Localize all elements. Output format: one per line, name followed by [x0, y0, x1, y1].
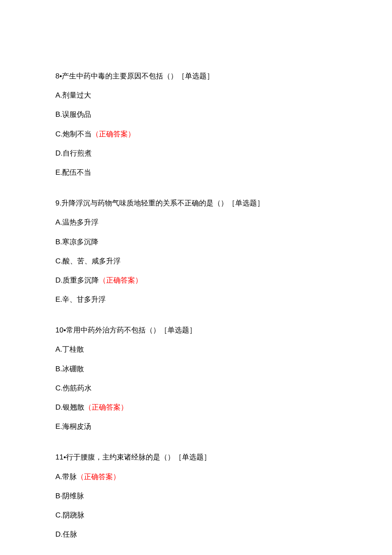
option: C.阴跷脉 — [55, 509, 337, 521]
question-number: 8• — [55, 72, 62, 80]
option: C.酸、苦、咸多升浮 — [55, 255, 337, 267]
option: A.温热多升浮 — [55, 217, 337, 228]
option-letter: B. — [55, 110, 62, 119]
option-text: 带脉 — [62, 473, 77, 481]
correct-answer-label: （正确答案） — [77, 473, 120, 481]
option-text: 辛、甘多升浮 — [62, 295, 106, 304]
option-text: 海桐皮汤 — [62, 422, 91, 431]
question-block: 10•常用中药外治方药不包括（）［单选题］A.丁桂散B.冰硼散C.伤筋药水D.银… — [55, 324, 337, 432]
option-letter: C. — [55, 130, 63, 138]
option-letter: E. — [55, 295, 62, 304]
option-letter: A. — [55, 218, 62, 226]
question-type: ［单选题］ — [228, 199, 264, 207]
question-text: 产生中药中毒的主要原因不包括（） — [62, 72, 178, 80]
option-letter: A. — [55, 91, 62, 99]
option: D.自行煎煮 — [55, 147, 337, 159]
option: E.配伍不当 — [55, 167, 337, 178]
option-letter: D. — [55, 530, 63, 538]
option-letter: D. — [55, 403, 63, 411]
option: D.银翘散（正确答案） — [55, 402, 337, 413]
question-number: 10• — [55, 326, 66, 334]
option-letter: A. — [55, 345, 62, 353]
option: B·阴维脉 — [55, 490, 337, 502]
question-stem: 11•行于腰腹，主约束诸经脉的是（）［单选题］ — [55, 451, 337, 463]
question-text: 常用中药外治方药不包括（） — [66, 326, 160, 334]
option-letter: C. — [55, 511, 63, 519]
question-block: 11•行于腰腹，主约束诸经脉的是（）［单选题］A.带脉（正确答案）B·阴维脉C.… — [55, 451, 337, 540]
option: C.炮制不当（正确答案） — [55, 128, 337, 140]
option-text: 配伍不当 — [62, 168, 91, 176]
option-text: 误服伪品 — [62, 110, 91, 119]
question-number: 11• — [55, 453, 66, 461]
option-letter: E. — [55, 422, 62, 431]
option-letter: B. — [55, 365, 62, 373]
question-text: 升降浮沉与药物气味质地轻重的关系不正确的是（） — [61, 199, 228, 207]
question-block: 8•产生中药中毒的主要原因不包括（）［单选题］A.剂量过大B.误服伪品C.炮制不… — [55, 70, 337, 178]
option: B.冰硼散 — [55, 363, 337, 375]
question-stem: 9.升降浮沉与药物气味质地轻重的关系不正确的是（）［单选题］ — [55, 197, 337, 209]
option: A.剂量过大 — [55, 90, 337, 101]
option-letter: C. — [55, 257, 63, 265]
option-text: 伤筋药水 — [63, 384, 92, 392]
option-letter: A. — [55, 473, 62, 481]
option: E.辛、甘多升浮 — [55, 294, 337, 305]
option-text: 酸、苦、咸多升浮 — [63, 257, 121, 265]
option-letter: B. — [55, 238, 62, 246]
option-text: 剂量过大 — [62, 91, 91, 99]
option-letter: D. — [55, 276, 63, 284]
correct-answer-label: （正确答案） — [99, 276, 142, 284]
question-text: 行于腰腹，主约束诸经脉的是（） — [66, 453, 175, 461]
option-text: 温热多升浮 — [62, 218, 98, 226]
option-text: 寒凉多沉降 — [62, 238, 98, 246]
option-text: 阴跷脉 — [63, 511, 84, 519]
option-letter: D. — [55, 149, 63, 157]
question-stem: 8•产生中药中毒的主要原因不包括（）［单选题］ — [55, 70, 337, 82]
question-block: 9.升降浮沉与药物气味质地轻重的关系不正确的是（）［单选题］A.温热多升浮B.寒… — [55, 197, 337, 305]
option-text: 冰硼散 — [62, 365, 84, 373]
exam-content: 8•产生中药中毒的主要原因不包括（）［单选题］A.剂量过大B.误服伪品C.炮制不… — [55, 70, 337, 540]
option-letter: E. — [55, 168, 62, 176]
correct-answer-label: （正确答案） — [92, 130, 135, 138]
option: C.伤筋药水 — [55, 382, 337, 394]
option-text: 银翘散 — [63, 403, 84, 411]
correct-answer-label: （正确答案） — [84, 403, 128, 411]
option-text: 自行煎煮 — [63, 149, 92, 157]
question-type: ［单选题］ — [175, 453, 211, 461]
option: B.寒凉多沉降 — [55, 236, 337, 248]
option-text: 丁桂散 — [62, 345, 84, 353]
question-stem: 10•常用中药外治方药不包括（）［单选题］ — [55, 324, 337, 336]
option-letter: C. — [55, 384, 63, 392]
option-text: 炮制不当 — [63, 130, 92, 138]
option-text: 质重多沉降 — [63, 276, 99, 284]
option-text: 任脉 — [63, 530, 77, 538]
question-number: 9. — [55, 199, 61, 207]
option-letter: B· — [55, 492, 62, 500]
question-type: ［单选题］ — [160, 326, 196, 334]
question-type: ［单选题］ — [178, 72, 214, 80]
option: A.丁桂散 — [55, 344, 337, 355]
option: D.任脉 — [55, 529, 337, 540]
option: A.带脉（正确答案） — [55, 471, 337, 483]
option: E.海桐皮汤 — [55, 421, 337, 432]
option: B.误服伪品 — [55, 109, 337, 120]
option-text: 阴维脉 — [62, 492, 84, 500]
option: D.质重多沉降（正确答案） — [55, 275, 337, 286]
